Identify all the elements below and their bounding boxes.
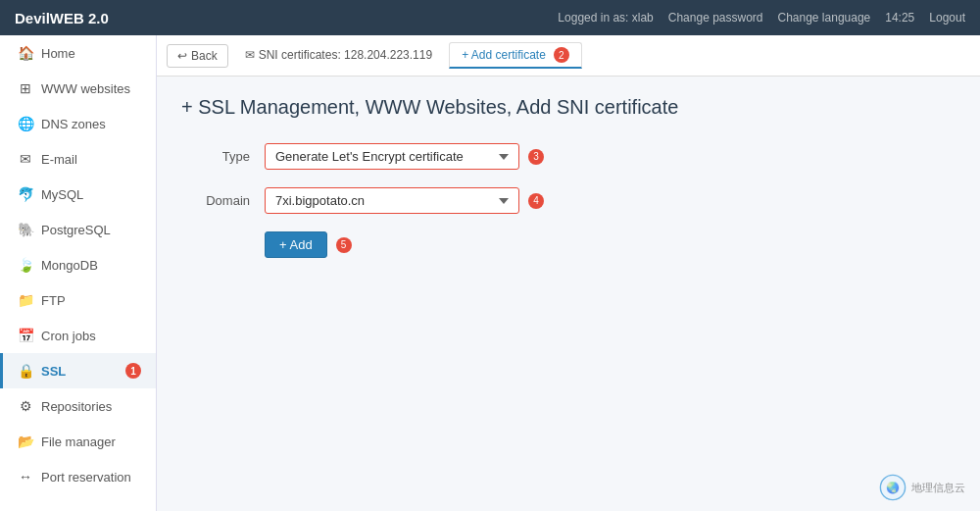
sidebar-item-label: Repositories: [41, 399, 112, 414]
sidebar-item-label: Port reservation: [41, 470, 131, 485]
step-3-badge: 3: [528, 149, 544, 165]
type-label: Type: [181, 149, 250, 164]
breadcrumb-label: SNI certificates: 128.204.223.119: [259, 48, 432, 62]
sidebar-item-mysql[interactable]: 🐬 MySQL: [0, 177, 156, 212]
page-title: + SSL Management, WWW Websites, Add SNI …: [181, 96, 956, 119]
sidebar-item-label: WWW websites: [41, 81, 130, 96]
topbar-right: Logged in as: xlab Change password Chang…: [558, 11, 965, 25]
page-content: + SSL Management, WWW Websites, Add SNI …: [157, 77, 980, 511]
sidebar-item-mongodb[interactable]: 🍃 MongoDB: [0, 247, 156, 282]
sidebar-item-label: DNS zones: [41, 117, 106, 131]
ssl-badge: 1: [125, 363, 141, 379]
mongodb-icon: 🍃: [18, 257, 33, 273]
back-button[interactable]: ↩ Back: [167, 44, 228, 68]
sidebar-item-postgresql[interactable]: 🐘 PostgreSQL: [0, 212, 156, 247]
postgresql-icon: 🐘: [18, 222, 33, 237]
logout-link[interactable]: Logout: [929, 11, 965, 25]
repos-icon: ⚙: [18, 398, 33, 414]
ssl-icon: 🔒: [18, 363, 33, 379]
sidebar-item-ftp[interactable]: 📁 FTP: [0, 282, 156, 318]
sidebar-item-www[interactable]: ⊞ WWW websites: [0, 71, 156, 106]
mysql-icon: 🐬: [18, 186, 33, 202]
domain-select[interactable]: 7xi.bigpotato.cn: [265, 187, 519, 214]
brand-text: 地理信息云: [911, 481, 965, 495]
sidebar-item-label: Cron jobs: [41, 329, 96, 343]
sidebar-item-label: SSL: [41, 364, 66, 379]
sidebar-item-ssl[interactable]: 🔒 SSL 1: [0, 353, 156, 388]
certificate-icon: ✉: [245, 48, 255, 62]
domain-label: Domain: [181, 193, 250, 208]
back-arrow-icon: ↩: [177, 49, 187, 63]
footer-brand: 🌏 地理信息云: [879, 474, 965, 501]
sidebar-item-filemanager[interactable]: 📂 File manager: [0, 424, 156, 459]
logged-in-label: Logged in as: xlab: [558, 11, 653, 25]
step-4-badge: 4: [528, 193, 544, 209]
sidebar-item-label: Home: [41, 46, 75, 61]
sidebar-item-cron[interactable]: 📅 Cron jobs: [0, 318, 156, 353]
sidebar-item-portreservation[interactable]: ↔ Port reservation: [0, 459, 156, 494]
type-form-group: Type Generate Let's Encrypt certificate …: [181, 143, 956, 170]
domain-select-wrapper: 7xi.bigpotato.cn 4: [265, 187, 544, 214]
layout: 🏠 Home ⊞ WWW websites 🌐 DNS zones ✉ E-ma…: [0, 35, 980, 511]
cron-icon: 📅: [18, 328, 33, 343]
port-icon: ↔: [18, 469, 33, 485]
sni-certificates-breadcrumb[interactable]: ✉ SNI certificates: 128.204.223.119: [233, 35, 444, 77]
sidebar-item-label: File manager: [41, 434, 116, 449]
sidebar-item-email[interactable]: ✉ E-mail: [0, 141, 156, 177]
brand-logo-icon: 🌏: [879, 474, 906, 501]
add-button[interactable]: + Add: [265, 231, 327, 258]
sidebar-item-label: MongoDB: [41, 258, 98, 273]
sidebar-item-label: E-mail: [41, 152, 77, 167]
sidebar: 🏠 Home ⊞ WWW websites 🌐 DNS zones ✉ E-ma…: [0, 35, 157, 511]
sidebar-item-label: FTP: [41, 293, 66, 308]
type-select[interactable]: Generate Let's Encrypt certificate Uploa…: [265, 143, 519, 170]
add-cert-label: + Add certificate: [462, 48, 546, 62]
add-button-group: + Add 5: [181, 231, 956, 258]
sidebar-item-home[interactable]: 🏠 Home: [0, 35, 156, 71]
email-icon: ✉: [18, 151, 33, 167]
home-icon: 🏠: [18, 45, 33, 61]
main-area: ↩ Back ✉ SNI certificates: 128.204.223.1…: [157, 35, 980, 511]
add-button-wrapper: + Add 5: [265, 231, 352, 258]
back-label: Back: [191, 49, 218, 63]
filemanager-icon: 📂: [18, 434, 33, 449]
step-5-badge: 5: [336, 237, 352, 253]
change-language-link[interactable]: Change language: [778, 11, 871, 25]
svg-text:🌏: 🌏: [886, 481, 900, 494]
change-password-link[interactable]: Change password: [668, 11, 763, 25]
sidebar-item-dns[interactable]: 🌐 DNS zones: [0, 106, 156, 141]
add-certificate-tab[interactable]: + Add certificate 2: [449, 42, 582, 69]
app-logo: DevilWEB 2.0: [15, 10, 109, 26]
dns-icon: 🌐: [18, 116, 33, 131]
www-icon: ⊞: [18, 80, 33, 96]
sidebar-item-label: PostgreSQL: [41, 223, 111, 237]
topbar: DevilWEB 2.0 Logged in as: xlab Change p…: [0, 0, 980, 35]
ftp-icon: 📁: [18, 292, 33, 308]
sidebar-item-repos[interactable]: ⚙ Repositories: [0, 388, 156, 424]
domain-form-group: Domain 7xi.bigpotato.cn 4: [181, 187, 956, 214]
step-2-badge: 2: [554, 47, 569, 63]
time-display: 14:25: [885, 11, 914, 25]
sidebar-item-label: MySQL: [41, 187, 83, 202]
type-select-wrapper: Generate Let's Encrypt certificate Uploa…: [265, 143, 544, 170]
sub-navbar: ↩ Back ✉ SNI certificates: 128.204.223.1…: [157, 35, 980, 77]
